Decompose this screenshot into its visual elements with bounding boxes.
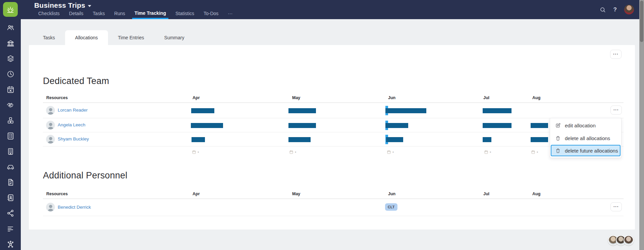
sidebar-item-lines[interactable] xyxy=(0,221,21,236)
page-scrollbar[interactable] xyxy=(639,0,644,250)
context-menu-item-delete-future-allocations[interactable]: delete future allocations xyxy=(551,145,621,156)
allocation-bar-jun[interactable] xyxy=(386,137,403,142)
project-tab-time-tracking[interactable]: Time Tracking xyxy=(132,10,168,19)
sidebar-item-layers[interactable] xyxy=(0,51,21,66)
resource-name-link[interactable]: Angela Leech xyxy=(58,122,86,127)
resource-row: Angela Leech xyxy=(29,118,635,132)
sidebar-item-building[interactable] xyxy=(0,143,21,159)
sidebar-item-car[interactable] xyxy=(0,159,21,174)
allocation-bar-may[interactable] xyxy=(288,123,316,128)
allocation-bar-jun[interactable] xyxy=(385,123,408,128)
subtab-allocations[interactable]: Allocations xyxy=(65,30,108,45)
month-summary-cell[interactable]: - xyxy=(192,150,199,154)
search-icon[interactable] xyxy=(599,6,606,13)
month-column-header-apr: Apr xyxy=(193,95,200,100)
project-tab-details[interactable]: Details xyxy=(69,11,84,19)
context-menu-item-edit-allocation[interactable]: edit allocation xyxy=(551,119,621,132)
person-silhouette-icon xyxy=(46,121,55,129)
calendar-small-icon xyxy=(387,150,391,154)
subtab-tasks[interactable]: Tasks xyxy=(33,30,65,45)
calendar-small-icon xyxy=(192,150,196,154)
month-column-header-may: May xyxy=(292,95,300,100)
month-summary-value: - xyxy=(295,150,296,154)
sidebar-item-team[interactable] xyxy=(0,20,21,35)
app-logo[interactable] xyxy=(3,2,18,17)
sidebar-item-share[interactable] xyxy=(0,205,21,221)
project-tab-tasks[interactable]: Tasks xyxy=(93,11,105,19)
panel-toolbar: ··· xyxy=(29,45,635,75)
car-icon xyxy=(6,163,15,171)
panel-more-button[interactable]: ··· xyxy=(610,50,622,59)
allocation-bar-jun[interactable] xyxy=(385,108,426,113)
lines-icon xyxy=(6,224,15,233)
context-menu-item-delete-all-allocations[interactable]: delete all allocations xyxy=(551,132,621,144)
resource-row: Shyam Buckley xyxy=(29,132,635,147)
presence-avatar[interactable] xyxy=(624,235,634,245)
subtab-time-entries[interactable]: Time Entries xyxy=(108,30,154,45)
layers-icon xyxy=(6,54,15,63)
sidebar-item-handshake[interactable] xyxy=(0,97,21,113)
row-actions-button[interactable]: ··· xyxy=(610,106,622,115)
presence-avatars xyxy=(608,235,634,245)
sun-icon xyxy=(5,4,15,14)
sidebar-item-bank[interactable] xyxy=(0,35,21,51)
sidebar-item-report[interactable] xyxy=(0,174,21,190)
person-silhouette-icon xyxy=(46,106,55,115)
allocation-bar-apr[interactable] xyxy=(191,123,223,128)
resources-column-header: Resources xyxy=(46,192,68,196)
sidebar-item-cubes[interactable] xyxy=(0,113,21,128)
resource-name-link[interactable]: Shyam Buckley xyxy=(58,136,89,141)
report-icon xyxy=(6,178,15,186)
dedicated-team-heading: Dedicated Team xyxy=(29,75,635,87)
month-summary-cell[interactable]: - xyxy=(531,150,538,154)
allocation-bar-may[interactable] xyxy=(288,108,316,113)
avatar[interactable] xyxy=(46,106,55,115)
allocation-badge[interactable]: CLT xyxy=(385,203,397,211)
person-silhouette-icon xyxy=(46,135,55,143)
sidebar-item-network[interactable] xyxy=(0,236,21,250)
sidebar-item-contacts[interactable] xyxy=(0,190,21,205)
project-title[interactable]: Business Trips xyxy=(34,1,91,9)
project-tab-checklists[interactable]: Checklists xyxy=(38,11,60,19)
month-column-header-aug: Aug xyxy=(532,192,540,196)
allocation-bar-aug[interactable] xyxy=(531,137,548,142)
sidebar-item-checklist[interactable] xyxy=(0,128,21,143)
month-summary-value: - xyxy=(537,150,538,154)
project-tab-statistics[interactable]: Statistics xyxy=(175,11,194,19)
allocation-bar-aug[interactable] xyxy=(531,123,548,128)
clock-icon xyxy=(6,70,15,78)
allocation-bar-jul[interactable] xyxy=(483,108,512,113)
resource-name-link[interactable]: Benedict Derrick xyxy=(58,205,91,210)
project-tab-to-dos[interactable]: To-Dos xyxy=(204,11,218,19)
month-summary-value: - xyxy=(198,150,199,154)
help-icon[interactable]: ? xyxy=(613,6,617,13)
avatar[interactable] xyxy=(46,121,55,129)
avatar[interactable] xyxy=(46,135,55,143)
month-summary-cell[interactable]: - xyxy=(484,150,491,154)
row-actions-button[interactable]: ··· xyxy=(610,202,622,211)
allocation-bar-jul[interactable] xyxy=(483,137,491,142)
allocations-footer-row: ----- xyxy=(29,147,635,158)
month-column-header-aug: Aug xyxy=(532,95,540,100)
subtab-summary[interactable]: Summary xyxy=(154,30,195,45)
calendar-small-icon xyxy=(289,150,293,154)
project-tabs-more-button[interactable]: ··· xyxy=(228,11,232,19)
person-silhouette-icon xyxy=(46,203,55,211)
scrollbar-thumb[interactable] xyxy=(640,1,643,42)
month-column-header-jul: Jul xyxy=(483,95,489,100)
sidebar-item-calendar-x[interactable] xyxy=(0,82,21,97)
resource-name-link[interactable]: Lorcan Reader xyxy=(58,108,88,113)
context-menu-item-label: delete future allocations xyxy=(565,148,618,154)
allocation-bar-may[interactable] xyxy=(288,137,311,142)
allocation-bar-apr[interactable] xyxy=(191,108,214,113)
month-summary-cell[interactable]: - xyxy=(289,150,296,154)
user-avatar[interactable] xyxy=(624,5,634,14)
sidebar-item-clock[interactable] xyxy=(0,66,21,82)
month-summary-cell[interactable]: - xyxy=(387,150,394,154)
checklist-icon xyxy=(6,132,15,140)
project-tab-runs[interactable]: Runs xyxy=(114,11,125,19)
allocation-bar-jul[interactable] xyxy=(483,123,512,128)
avatar[interactable] xyxy=(46,203,55,211)
context-menu-item-label: delete all allocations xyxy=(565,135,610,141)
allocation-bar-apr[interactable] xyxy=(192,137,205,142)
